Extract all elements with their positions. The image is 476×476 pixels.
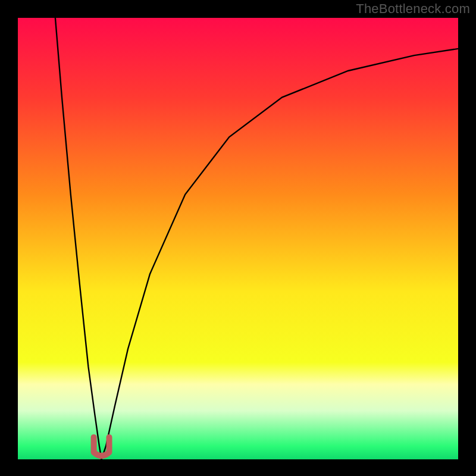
gradient-background xyxy=(18,18,458,459)
watermark-text: TheBottleneck.com xyxy=(356,1,470,17)
bottleneck-chart xyxy=(18,18,458,459)
chart-frame: TheBottleneck.com xyxy=(0,0,476,476)
